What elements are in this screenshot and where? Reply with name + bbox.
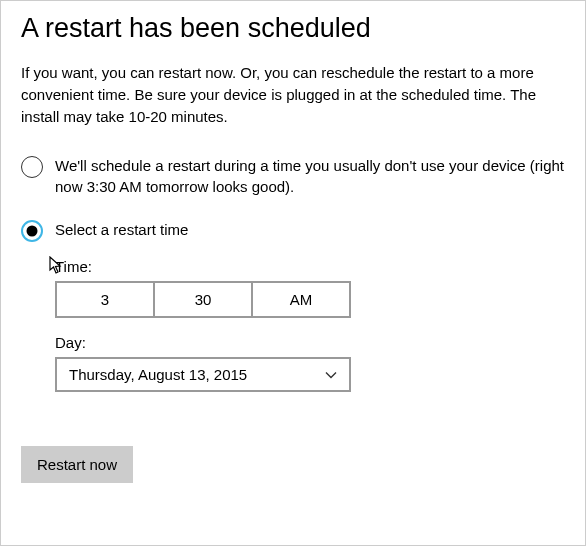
time-picker[interactable]: 3 30 AM bbox=[55, 281, 351, 318]
option-select-time[interactable]: Select a restart time bbox=[21, 219, 565, 242]
option-auto-label: We'll schedule a restart during a time y… bbox=[55, 155, 565, 197]
day-value: Thursday, August 13, 2015 bbox=[69, 366, 247, 383]
radio-select-time[interactable] bbox=[21, 220, 43, 242]
chevron-down-icon bbox=[325, 369, 337, 381]
time-label: Time: bbox=[55, 258, 565, 275]
time-hour[interactable]: 3 bbox=[57, 283, 153, 316]
radio-auto[interactable] bbox=[21, 156, 43, 178]
option-select-time-label: Select a restart time bbox=[55, 219, 188, 240]
option-auto-schedule[interactable]: We'll schedule a restart during a time y… bbox=[21, 155, 565, 197]
time-minute[interactable]: 30 bbox=[153, 283, 251, 316]
page-title: A restart has been scheduled bbox=[21, 13, 565, 44]
time-period[interactable]: AM bbox=[251, 283, 349, 316]
day-picker[interactable]: Thursday, August 13, 2015 bbox=[55, 357, 351, 392]
restart-now-button[interactable]: Restart now bbox=[21, 446, 133, 483]
description-text: If you want, you can restart now. Or, yo… bbox=[21, 62, 565, 127]
day-label: Day: bbox=[55, 334, 565, 351]
